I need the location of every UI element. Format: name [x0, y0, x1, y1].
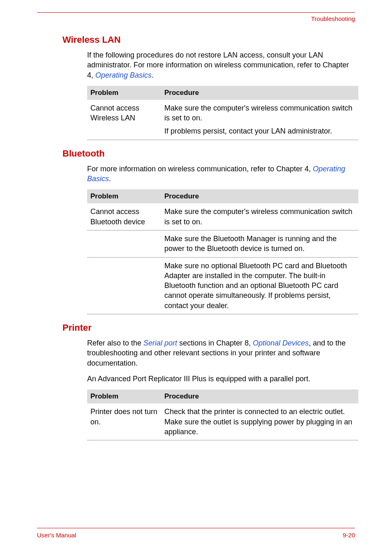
link-optional-devices[interactable]: Optional Devices: [253, 339, 309, 347]
printer-intro-mid: sections in Chapter 8,: [177, 339, 253, 347]
bluetooth-table: Problem Procedure Cannot access Bluetoot…: [87, 189, 358, 314]
printer-table: Problem Procedure Printer does not turn …: [87, 389, 358, 440]
running-header: Troubleshooting: [37, 15, 355, 22]
link-serial-port[interactable]: Serial port: [143, 339, 177, 347]
printer-th-problem: Problem: [87, 389, 161, 403]
bt-th-problem: Problem: [87, 189, 161, 203]
bt-table-header: Problem Procedure: [87, 189, 358, 203]
section-title-printer: Printer: [62, 322, 355, 333]
bt-row3-proc: Make sure no optional Bluetooth PC card …: [161, 257, 358, 314]
footer-right: 9-20: [343, 532, 355, 539]
printer-row-1: Printer does not turn on. Check that the…: [87, 403, 358, 440]
bt-row-3: Make sure no optional Bluetooth PC card …: [87, 257, 358, 314]
bt-row-2: Make sure the Bluetooth Manager is runni…: [87, 230, 358, 257]
bt-row2-proc: Make sure the Bluetooth Manager is runni…: [161, 230, 358, 257]
wlan-row-1: Cannot access Wireless LAN Make sure the…: [87, 100, 358, 140]
printer-intro-2: An Advanced Port Replicator III Plus is …: [87, 374, 355, 384]
bt-row2-problem: [87, 230, 161, 257]
footer: User's Manual 9-20: [37, 528, 355, 539]
bt-row3-problem: [87, 257, 161, 314]
printer-intro: Refer also to the Serial port sections i…: [87, 338, 355, 368]
wlan-th-procedure: Procedure: [161, 86, 358, 100]
bt-th-procedure: Procedure: [161, 189, 358, 203]
printer-th-procedure: Procedure: [161, 389, 358, 403]
section-title-wireless-lan: Wireless LAN: [62, 35, 355, 45]
printer-row1-problem: Printer does not turn on.: [87, 403, 161, 440]
wlan-row1-proc2: If problems persist, contact your LAN ad…: [164, 126, 355, 136]
wlan-row1-proc1: Make sure the computer's wireless commun…: [164, 103, 355, 123]
link-operating-basics-wlan[interactable]: Operating Basics: [95, 71, 152, 79]
bluetooth-intro: For more information on wireless communi…: [87, 164, 355, 184]
bt-row1-problem: Cannot access Bluetooth device: [87, 203, 161, 230]
wlan-row1-problem: Cannot access Wireless LAN: [87, 100, 161, 140]
wlan-table: Problem Procedure Cannot access Wireless…: [87, 86, 358, 140]
wlan-th-problem: Problem: [87, 86, 161, 100]
printer-intro-pre: Refer also to the: [87, 339, 143, 347]
wlan-row1-procedure: Make sure the computer's wireless commun…: [161, 100, 358, 140]
bt-row-1: Cannot access Bluetooth device Make sure…: [87, 203, 358, 230]
bluetooth-intro-post: .: [109, 175, 111, 183]
header-divider: [37, 12, 355, 13]
bluetooth-intro-pre: For more information on wireless communi…: [87, 165, 313, 173]
bt-row1-proc: Make sure the computer's wireless commun…: [161, 203, 358, 230]
footer-left: User's Manual: [37, 532, 76, 539]
wlan-table-header: Problem Procedure: [87, 86, 358, 100]
printer-row1-proc: Check that the printer is connected to a…: [161, 403, 358, 440]
wlan-intro: If the following procedures do not resto…: [87, 50, 355, 80]
printer-table-header: Problem Procedure: [87, 389, 358, 403]
section-title-bluetooth: Bluetooth: [62, 148, 355, 159]
wlan-intro-post: .: [152, 71, 154, 79]
